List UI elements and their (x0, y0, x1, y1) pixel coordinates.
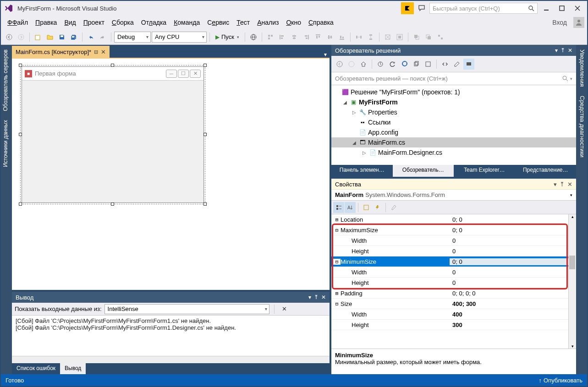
output-dropdown-icon[interactable]: ▾ (308, 294, 311, 300)
menu-services[interactable]: Сервис (203, 17, 233, 28)
menu-debug[interactable]: Отладка (137, 17, 170, 28)
save-all-button[interactable] (68, 32, 79, 43)
sol-code-icon[interactable] (440, 59, 451, 70)
properties-scrollbar[interactable]: ▴ ▾ (568, 214, 576, 349)
menu-team[interactable]: Команда (170, 17, 203, 28)
prop-row-maximumsize[interactable]: ⊟MaximumSize0; 0 (331, 225, 576, 235)
sol-preview-icon[interactable] (463, 59, 474, 70)
props-dropdown-icon[interactable]: ▾ (554, 181, 557, 188)
close-button[interactable] (571, 3, 584, 13)
designer-node[interactable]: MainForm.Designer.cs (378, 149, 442, 156)
output-close-icon[interactable]: ✕ (321, 294, 326, 300)
login-link[interactable]: Вход (552, 19, 570, 26)
prop-row-size-width[interactable]: Width400 (331, 309, 576, 320)
categorized-icon[interactable] (333, 202, 344, 213)
output-scrollbar[interactable] (12, 356, 330, 363)
sol-close-icon[interactable]: ✕ (568, 47, 572, 54)
team-explorer-tab[interactable]: Team Explorer… (454, 165, 515, 177)
maximize-button[interactable] (555, 3, 569, 13)
output-content[interactable]: [Сбой] Файл 'C:\Projects\MyFirstForm\MyF… (12, 316, 330, 356)
events-icon[interactable] (372, 202, 383, 213)
references-node[interactable]: Ссылки (368, 119, 390, 126)
pin-icon[interactable]: ⊟ (94, 49, 98, 55)
output-pin-icon[interactable]: ⤒ (314, 294, 319, 300)
sol-home-icon[interactable] (358, 59, 369, 70)
menu-test[interactable]: Тест (233, 17, 253, 28)
sol-copy-icon[interactable] (411, 59, 422, 70)
error-list-tab[interactable]: Список ошибок (12, 363, 60, 374)
prop-row-location[interactable]: ⊞Location0; 0 (331, 214, 576, 225)
prop-row-size-height[interactable]: Height300 (331, 320, 576, 330)
properties-node[interactable]: Properties (368, 109, 397, 116)
expand-icon[interactable]: ◢ (342, 100, 348, 105)
designed-form[interactable]: ■ Первая форма ─ ☐ ✕ (22, 66, 204, 203)
menu-analyze[interactable]: Анализ (253, 17, 282, 28)
solution-node[interactable]: Решение "MyFirstForm" (проектов: 1) (351, 88, 460, 96)
output-source-combo[interactable]: IntelliSense (104, 304, 269, 314)
toolbox-tab[interactable]: Панель элемен… (331, 165, 393, 177)
prop-row-minimumsize[interactable]: ⊟MinimumSize0; 0 (331, 256, 576, 267)
tab-dropdown-icon[interactable]: ▾ (324, 51, 327, 58)
configuration-combo[interactable]: Debug (114, 32, 151, 43)
sol-sync-icon[interactable] (375, 59, 386, 70)
props-close-icon[interactable]: ✕ (567, 181, 572, 188)
expand-icon[interactable]: ▷ (352, 110, 357, 115)
menu-help[interactable]: Справка (305, 17, 337, 28)
form-designer-surface[interactable]: ■ Первая форма ─ ☐ ✕ (12, 58, 330, 290)
minimize-button[interactable] (539, 3, 553, 13)
nav-back-button[interactable] (4, 32, 15, 43)
new-project-button[interactable] (33, 32, 44, 43)
quick-launch-input[interactable]: Быстрый запуск (Ctrl+Q) (429, 3, 538, 14)
project-node[interactable]: MyFirstForm (359, 98, 398, 106)
sol-forward-icon[interactable] (346, 59, 357, 70)
menu-window[interactable]: Окно (282, 17, 305, 28)
properties-grid[interactable]: ▴ ▾ ⊞Location0; 0 ⊟MaximumSize0; 0 Width… (331, 214, 576, 349)
prop-row-min-width[interactable]: Width0 (331, 267, 576, 278)
close-tab-icon[interactable]: ✕ (101, 49, 106, 55)
notifications-tab[interactable]: Уведомления (576, 45, 587, 91)
nav-forward-button[interactable] (16, 32, 27, 43)
server-explorer-tab[interactable]: Обозреватель серверов (1, 45, 12, 115)
appconfig-node[interactable]: App.config (368, 129, 398, 136)
prop-row-padding[interactable]: ⊞Padding0; 0; 0; 0 (331, 288, 576, 299)
user-avatar-icon[interactable] (573, 17, 584, 28)
property-pages-icon[interactable] (388, 202, 399, 213)
save-button[interactable] (56, 32, 67, 43)
data-sources-tab[interactable]: Источники данных (1, 115, 12, 172)
diagnostics-tab[interactable]: Средства диагностики (576, 91, 587, 162)
platform-combo[interactable]: Any CPU (152, 32, 207, 43)
sol-showall-icon[interactable] (423, 59, 434, 70)
menu-view[interactable]: Вид (60, 17, 79, 28)
output-tab[interactable]: Вывод (60, 363, 86, 374)
undo-button[interactable] (85, 32, 96, 43)
expand-icon[interactable]: ◢ (352, 140, 357, 145)
document-tab-mainform[interactable]: MainForm.cs [Конструктор]* ⊟ ✕ (12, 46, 110, 58)
scrollbar-thumb[interactable] (569, 256, 575, 269)
menu-edit[interactable]: Правка (32, 17, 60, 28)
solution-explorer-tab[interactable]: Обозреватель… (393, 165, 454, 177)
prop-row-min-height[interactable]: Height0 (331, 278, 576, 288)
output-clear-icon[interactable]: ✕ (279, 304, 290, 315)
class-view-tab[interactable]: Представление… (515, 165, 577, 177)
menu-project[interactable]: Проект (80, 17, 108, 28)
notifications-flag-icon[interactable] (401, 2, 414, 14)
redo-button[interactable] (97, 32, 108, 43)
sol-properties-icon[interactable] (451, 59, 462, 70)
mainform-node[interactable]: MainForm.cs (368, 139, 405, 146)
solution-tree[interactable]: 🟪Решение "MyFirstForm" (проектов: 1) ◢▣M… (331, 85, 576, 165)
menu-build[interactable]: Сборка (108, 17, 137, 28)
expand-icon[interactable]: ▷ (362, 150, 367, 155)
prop-row-max-height[interactable]: Height0 (331, 246, 576, 256)
sol-pin-icon[interactable]: ⤒ (561, 47, 565, 54)
properties-page-icon[interactable] (361, 202, 372, 213)
menu-file[interactable]: ФФайл (4, 17, 32, 28)
sol-dropdown-icon[interactable]: ▾ (555, 47, 558, 54)
sol-collapse-icon[interactable] (399, 59, 410, 70)
browser-button[interactable] (248, 32, 259, 43)
open-file-button[interactable] (44, 32, 55, 43)
start-debug-button[interactable]: ▶Пуск▾ (213, 32, 242, 43)
feedback-icon[interactable] (416, 3, 428, 13)
properties-object-selector[interactable]: MainFormSystem.Windows.Forms.Form ▾ (331, 190, 576, 201)
sol-back-icon[interactable] (334, 59, 345, 70)
prop-row-size[interactable]: ⊟Size400; 300 (331, 299, 576, 309)
